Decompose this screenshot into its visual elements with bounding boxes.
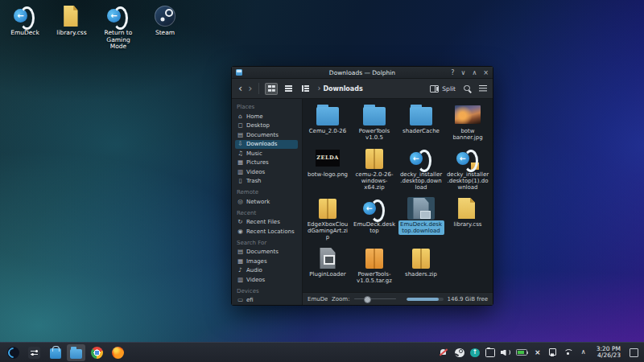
sidebar-item[interactable]: ▯ Trash xyxy=(235,177,298,187)
breadcrumb-location[interactable]: Downloads xyxy=(323,85,362,93)
updates-icon[interactable]: ↑ xyxy=(470,348,480,357)
sidebar-item[interactable]: ↻ Recent Files xyxy=(235,218,298,228)
sidebar-item[interactable]: ♫ Music xyxy=(235,149,298,158)
file-item[interactable]: PluginLoader xyxy=(304,247,351,285)
taskbar-app-button[interactable] xyxy=(109,344,127,361)
sidebar-item-label: Audio xyxy=(246,267,262,274)
back-button[interactable]: ‹ xyxy=(237,84,243,93)
bluetooth-icon[interactable]: × xyxy=(533,348,543,358)
search-icon[interactable] xyxy=(463,84,472,93)
file-item[interactable]: PowerTools-v1.0.5.tar.gz xyxy=(351,247,398,285)
sidebar-item[interactable]: ▥ Videos xyxy=(235,275,298,285)
file-name: Cemu_2.0-26 xyxy=(308,127,349,135)
details-view-button[interactable] xyxy=(282,83,295,95)
file-name: decky_installer.desktop(1).download xyxy=(445,171,491,191)
taskbar-app-button[interactable] xyxy=(25,344,43,361)
file-item[interactable]: botw banner.jpg xyxy=(444,104,491,142)
file-item[interactable]: shaderCache xyxy=(398,104,444,142)
sidebar-item[interactable]: ◎ Network xyxy=(235,197,298,207)
clipboard-icon[interactable] xyxy=(485,348,495,357)
sidebar-item-label: Downloads xyxy=(246,141,277,148)
sidebar-item[interactable]: ▦ Images xyxy=(235,257,298,266)
maximize-button[interactable]: ∧ xyxy=(472,69,477,76)
file-item[interactable]: EdgeXboxCloudGamingArt.zip xyxy=(304,197,351,241)
window-titlebar[interactable]: Downloads — Dolphin ? ∨ ∧ × xyxy=(232,67,493,79)
emudeck-icon xyxy=(14,5,36,27)
split-button[interactable]: Split xyxy=(430,85,456,93)
places-sidebar: Places ⌂ Home ◻ xyxy=(232,99,303,305)
sidebar-section-title: Search For xyxy=(237,240,300,246)
file-item[interactable]: decky_installer.desktop.download xyxy=(398,147,444,191)
sidebar-item[interactable]: ▤ Documents xyxy=(235,130,298,140)
discover-icon xyxy=(50,348,61,359)
selection-info: EmuDeck.deskt...entry, 411 B) xyxy=(308,296,328,302)
volume-icon[interactable] xyxy=(501,348,510,357)
taskbar-app-button[interactable] xyxy=(46,344,64,361)
disk-capacity-bar xyxy=(407,298,444,301)
forward-button[interactable]: › xyxy=(247,84,253,93)
taskbar-app-button[interactable] xyxy=(67,344,85,361)
sidebar-item[interactable]: ♪ Audio xyxy=(235,266,298,276)
steam-tray-icon[interactable] xyxy=(455,348,464,357)
sidebar-section-title: Places xyxy=(237,104,300,110)
file-view[interactable]: Cemu_2.0-26 PowerTools v1.0.5 shaderCach… xyxy=(303,99,493,292)
sidebar-section: Recent ↻ Recent Files xyxy=(235,210,302,237)
desktop-icon[interactable]: Return to Gaming Mode xyxy=(98,5,138,51)
system-tray: ↑ × ∧ xyxy=(440,348,591,358)
file-item[interactable]: decky_installer.desktop(1).download xyxy=(444,147,491,191)
sidebar-item-label: Music xyxy=(246,150,262,158)
settings-icon xyxy=(28,347,40,359)
device-notifier-icon[interactable] xyxy=(548,348,558,356)
search-videos-icon: ▥ xyxy=(237,277,244,283)
grid-view-icon xyxy=(268,85,275,92)
file-item[interactable]: Cemu_2.0-26 xyxy=(304,104,351,142)
file-item[interactable]: cemu-2.0-26-windows-x64.zip xyxy=(351,147,398,191)
emudeck-app-icon xyxy=(407,147,435,170)
file-name: PluginLoader xyxy=(308,270,347,278)
file-item[interactable]: shaders.zip xyxy=(398,247,444,285)
battery-icon[interactable] xyxy=(516,349,527,356)
file-item[interactable]: EmuDeck.desktop xyxy=(351,197,398,241)
firefox-icon xyxy=(112,347,124,359)
file-item[interactable]: EmuDeck.desktop.download xyxy=(398,197,444,241)
file-name: shaders.zip xyxy=(403,270,439,278)
dolphin-window: Downloads — Dolphin ? ∨ ∧ × ‹ › › Downlo… xyxy=(231,66,493,306)
file-item[interactable]: PowerTools v1.0.5 xyxy=(351,104,398,142)
clock[interactable]: 3:20 PM 4/26/23 xyxy=(597,346,621,360)
notifications-muted-icon[interactable] xyxy=(440,348,449,357)
file-name: cemu-2.0-26-windows-x64.zip xyxy=(352,171,398,191)
wifi-icon[interactable] xyxy=(564,349,573,356)
taskbar-app-button[interactable] xyxy=(88,344,106,361)
tree-view-icon xyxy=(302,85,309,93)
file-item[interactable]: library.css xyxy=(444,197,491,241)
sidebar-item[interactable]: ◻ Desktop xyxy=(235,121,298,131)
hamburger-menu-icon[interactable] xyxy=(479,85,487,93)
sidebar-item[interactable]: ⇩ Downloads xyxy=(235,140,298,150)
pictures-icon: ▦ xyxy=(237,159,244,166)
minimize-button[interactable]: ∨ xyxy=(461,69,466,76)
icons-view-button[interactable] xyxy=(265,83,278,95)
breadcrumb[interactable]: › Downloads xyxy=(317,84,362,93)
file-item[interactable]: botw-logo.png xyxy=(304,147,351,191)
desktop-icon[interactable]: Steam xyxy=(145,5,185,51)
sidebar-item[interactable]: ▭ efi xyxy=(235,296,298,306)
tree-view-button[interactable] xyxy=(299,83,312,95)
sidebar-item[interactable]: ▥ Videos xyxy=(235,167,298,177)
expand-tray-icon[interactable]: ∧ xyxy=(579,348,588,358)
close-button[interactable]: × xyxy=(483,69,489,76)
taskbar-app-button[interactable] xyxy=(4,344,23,361)
help-button[interactable]: ? xyxy=(451,69,454,76)
sidebar-item[interactable]: ▦ Pictures xyxy=(235,158,298,168)
sidebar-item[interactable]: ⌂ Home xyxy=(235,112,298,121)
sidebar-item[interactable]: ◉ Recent Locations xyxy=(235,227,298,237)
emudeck-badge-icon xyxy=(454,147,481,170)
sidebar-item-label: Desktop xyxy=(246,122,270,130)
desktop-icon[interactable]: library.css xyxy=(52,5,92,51)
desktop-icon-label: Return to Gaming Mode xyxy=(98,30,138,51)
window-toolbar: ‹ › › Downloads Split xyxy=(232,79,493,99)
sidebar-item[interactable]: ▤ Documents xyxy=(235,248,298,257)
sidebar-section: Places ⌂ Home ◻ xyxy=(235,104,302,186)
zoom-slider[interactable] xyxy=(354,295,396,303)
desktop-icon[interactable]: EmuDeck xyxy=(5,5,45,51)
show-desktop-button[interactable] xyxy=(630,348,638,357)
